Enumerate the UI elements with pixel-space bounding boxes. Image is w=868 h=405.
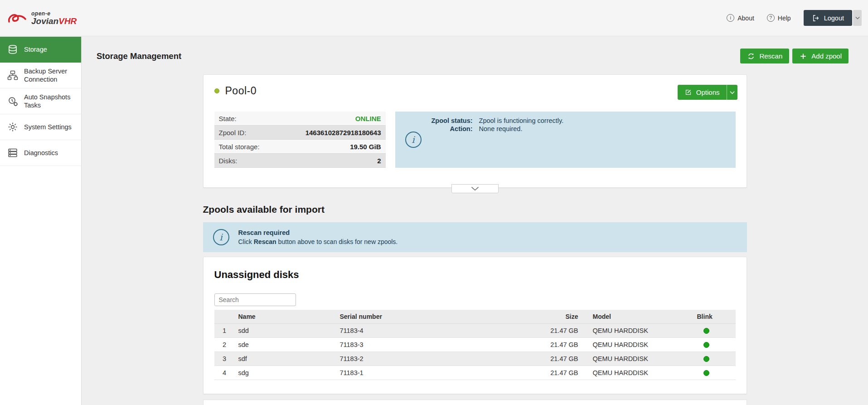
info-circle-icon: i: [727, 14, 734, 22]
edit-icon: [684, 88, 692, 96]
options-dropdown-button[interactable]: [727, 85, 737, 100]
sidebar-item-system-settings[interactable]: System Settings: [0, 114, 81, 140]
rescan-button[interactable]: Rescan: [740, 49, 789, 63]
detail-label: Zpool ID:: [219, 129, 247, 137]
diagnostics-icon: [7, 147, 19, 159]
chevron-down-icon: [730, 91, 735, 94]
disk-name: sde: [235, 337, 336, 351]
logout-button-group: Logout: [804, 10, 862, 26]
banner-title: Rescan required: [238, 229, 398, 236]
logo-open-e: open-e: [31, 10, 77, 17]
disk-index: 2: [214, 337, 235, 351]
sidebar: Storage Backup Server Connection Auto Sn…: [0, 37, 82, 405]
question-circle-icon: ?: [767, 14, 775, 22]
settings-gear-icon: [7, 121, 19, 133]
disk-index: 3: [214, 351, 235, 366]
disk-model: QEMU HARDDISK: [589, 337, 692, 351]
disk-serial: 71183-1: [336, 366, 518, 380]
next-section-partial-card: [203, 400, 747, 405]
search-input[interactable]: [214, 293, 296, 306]
zpool-action-value: None required.: [479, 125, 564, 132]
detail-label: State:: [219, 115, 237, 122]
disk-row[interactable]: 4 sdg 71183-1 21.47 GB QEMU HARDDISK: [214, 366, 736, 380]
options-label: Options: [696, 88, 720, 96]
pool-title: Pool-0: [214, 85, 257, 97]
column-header-index: [214, 310, 235, 323]
help-label: Help: [778, 15, 791, 22]
disk-row[interactable]: 2 sde 71183-3 21.47 GB QEMU HARDDISK: [214, 337, 736, 351]
help-button[interactable]: ? Help: [767, 14, 791, 22]
main-content: Storage Management Rescan Add zpool: [82, 37, 868, 405]
sidebar-item-label: System Settings: [24, 123, 72, 131]
column-header-size: Size: [518, 310, 589, 323]
column-header-model: Model: [589, 310, 692, 323]
logout-button[interactable]: Logout: [804, 10, 852, 26]
pool-name: Pool-0: [225, 85, 257, 97]
banner-text-pre: Click: [238, 238, 254, 245]
disk-model: QEMU HARDDISK: [589, 323, 692, 337]
pool-state-value: ONLINE: [355, 115, 381, 122]
column-header-serial: Serial number: [336, 310, 518, 323]
blink-indicator[interactable]: [703, 356, 709, 362]
expand-chevron-icon: [470, 186, 480, 191]
disk-index: 1: [214, 323, 235, 337]
options-button-group: Options: [678, 85, 737, 100]
disk-model: QEMU HARDDISK: [589, 351, 692, 366]
logo-text: open-e JovianVHR: [31, 10, 77, 26]
disk-serial: 71183-2: [336, 351, 518, 366]
disk-row[interactable]: 1 sdd 71183-4 21.47 GB QEMU HARDDISK: [214, 323, 736, 337]
zpool-status-label: Zpool status:: [432, 117, 473, 124]
refresh-icon: [747, 52, 755, 60]
pool-disks-value: 2: [377, 157, 381, 165]
detail-label: Total storage:: [219, 143, 260, 151]
disk-name: sdg: [235, 366, 336, 380]
rescan-label: Rescan: [759, 52, 782, 60]
column-header-name: Name: [235, 310, 336, 323]
disk-model: QEMU HARDDISK: [589, 366, 692, 380]
banner-text-bold: Rescan: [254, 238, 276, 245]
pool-status-dot: [214, 88, 219, 93]
blink-indicator[interactable]: [703, 328, 709, 334]
unassigned-disks-table: Name Serial number Size Model Blink 1 sd…: [214, 310, 736, 380]
disk-serial: 71183-4: [336, 323, 518, 337]
disk-size: 21.47 GB: [518, 351, 589, 366]
plus-icon: [799, 52, 807, 60]
unassigned-disks-card: Unassigned disks Name Serial number Size…: [203, 257, 747, 394]
storage-icon: [7, 44, 19, 55]
pool-detail-table: State: ONLINE Zpool ID: 1463610287291818…: [214, 112, 386, 168]
disk-index: 4: [214, 366, 235, 380]
rescan-required-banner: i Rescan required Click Rescan button ab…: [203, 222, 747, 252]
about-button[interactable]: i About: [727, 14, 754, 22]
sidebar-item-label: Diagnostics: [24, 149, 58, 157]
logout-icon: [812, 14, 820, 22]
logo-jovian: Jovian: [31, 16, 58, 26]
snapshots-icon: [7, 95, 19, 107]
backup-connection-icon: [7, 69, 19, 81]
sidebar-item-storage[interactable]: Storage: [0, 37, 81, 63]
disk-serial: 71183-3: [336, 337, 518, 351]
blink-indicator[interactable]: [703, 342, 709, 348]
add-zpool-button[interactable]: Add zpool: [792, 49, 849, 63]
pool-detail-row-total-storage: Total storage: 19.50 GiB: [214, 140, 386, 154]
disk-row[interactable]: 3 sdf 71183-2 21.47 GB QEMU HARDDISK: [214, 351, 736, 366]
pool-status-box: i Zpool status: Zpool is functioning cor…: [395, 112, 736, 168]
disk-name: sdf: [235, 351, 336, 366]
pool-expand-button[interactable]: [451, 184, 499, 193]
disk-name: sdd: [235, 323, 336, 337]
banner-description: Click Rescan button above to scan disks …: [238, 238, 398, 245]
options-button[interactable]: Options: [678, 85, 727, 100]
sidebar-item-diagnostics[interactable]: Diagnostics: [0, 140, 81, 166]
zpool-action-label: Action:: [432, 125, 473, 132]
logo-vhr: VHR: [58, 16, 77, 26]
sidebar-item-backup-server-connection[interactable]: Backup Server Connection: [0, 63, 81, 88]
pool-zpool-id-value: 14636102872918180643: [305, 129, 381, 137]
blink-indicator[interactable]: [703, 370, 709, 376]
logout-dropdown-button[interactable]: [853, 10, 862, 26]
open-e-logo: open-e JovianVHR: [0, 10, 91, 26]
page-title: Storage Management: [97, 51, 181, 61]
sidebar-item-auto-snapshots-tasks[interactable]: Auto Snapshots Tasks: [0, 88, 81, 114]
column-header-blink: Blink: [692, 310, 736, 323]
pool-detail-row-state: State: ONLINE: [214, 112, 386, 126]
disk-size: 21.47 GB: [518, 366, 589, 380]
chevron-down-icon: [855, 16, 860, 20]
